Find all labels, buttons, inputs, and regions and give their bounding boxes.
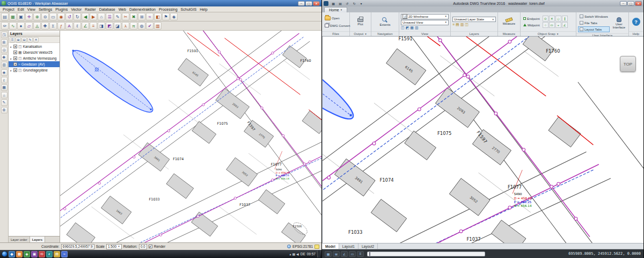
layer-item[interactable]: ▸ ✕ ◫ Amtliche Vermessung xyxy=(9,55,60,61)
panel-tool-icon[interactable]: ⊞ xyxy=(16,37,21,42)
trueview-map-svg[interactable] xyxy=(323,37,643,243)
menu-item[interactable]: Raster xyxy=(83,8,98,11)
toolbar-icon[interactable]: ◳ xyxy=(1,32,8,38)
status-toggle-icon[interactable]: ⊞ xyxy=(333,251,340,257)
layer-item[interactable]: ▸ ✕ ◫ Grundlagepläne xyxy=(9,67,60,73)
taskbar-app-icon[interactable]: ▦ xyxy=(16,251,23,257)
status-toggle-icon[interactable]: ▭ xyxy=(349,251,356,257)
snap-mode-icon[interactable]: ○ xyxy=(543,22,548,28)
viewcube[interactable]: TOP xyxy=(620,56,636,72)
layer-checkbox[interactable]: ✕ xyxy=(13,62,17,66)
quick-access-icon[interactable]: ▾ xyxy=(358,1,364,6)
toolbar-icon[interactable]: ℓ xyxy=(1,77,8,83)
trueview-titlebar[interactable]: ▦▤↺↻▾ Autodesk DWG TrueView 2016 wastewa… xyxy=(322,0,643,6)
menu-item[interactable]: Vector xyxy=(69,8,83,11)
toolbar-icon[interactable]: ▣ xyxy=(17,13,25,20)
toolbar-icon[interactable]: ● xyxy=(17,22,25,30)
toolbar-icon[interactable]: ◈ xyxy=(1,69,8,76)
taskbar-app-icon[interactable]: ◈ xyxy=(24,251,30,257)
toolbar-icon[interactable]: ⊞ xyxy=(138,13,145,20)
menu-item[interactable]: Datenextraktion xyxy=(128,8,157,11)
quick-access-icon[interactable]: ▦ xyxy=(330,1,336,6)
toolbar-icon[interactable]: ≈ xyxy=(146,13,153,20)
toolbar-icon[interactable]: ∠ xyxy=(82,22,89,30)
quick-access-icon[interactable]: ↺ xyxy=(344,1,350,6)
scale-combo[interactable]: 1:500▼ xyxy=(106,244,122,249)
zoom-extents-button[interactable]: Extents xyxy=(378,17,392,27)
visual-style-combo[interactable]: 2D Wireframe▼ xyxy=(401,14,449,19)
qgis-titlebar[interactable]: QGIS 61d81f0 - Werkplan Abwasser – ▢ ✕ xyxy=(0,0,321,6)
menu-item[interactable]: Edit xyxy=(16,8,26,11)
toolbar-icon[interactable]: ≡ xyxy=(90,22,97,30)
toolbar-icon[interactable]: ✔ xyxy=(146,22,153,30)
taskbar-app-icon[interactable]: ✉ xyxy=(39,251,45,257)
taskbar-app-icon[interactable]: ◐ xyxy=(46,251,53,257)
toolbar-icon[interactable]: ◀ xyxy=(82,13,89,20)
qgis-map-svg[interactable] xyxy=(60,31,321,242)
epsg-badge[interactable]: EPSG:21781 xyxy=(292,245,313,248)
menu-item[interactable]: View xyxy=(26,8,37,11)
toolbar-icon[interactable]: ⚙ xyxy=(1,107,8,113)
toolbar-icon[interactable]: ⊞ xyxy=(1,39,8,46)
expander-icon[interactable]: ▸ xyxy=(10,57,12,60)
status-toggle-icon[interactable]: ≡ xyxy=(357,251,364,257)
menu-item[interactable]: Plugins xyxy=(54,8,69,11)
maximize-button[interactable]: ▢ xyxy=(305,1,312,6)
tab-home[interactable]: Home▼ xyxy=(324,7,347,12)
tray-icon[interactable]: ▴ xyxy=(289,252,291,256)
switch-windows-button[interactable]: Switch Windows xyxy=(578,13,610,19)
toolbar-icon[interactable]: ▦ xyxy=(9,13,17,20)
toolbar-icon[interactable]: ▶ xyxy=(90,13,97,20)
snap-mode-icon[interactable]: + xyxy=(555,22,561,28)
clock[interactable]: 09:57 xyxy=(307,252,316,256)
snap-mode-icon[interactable]: ⊙ xyxy=(543,16,548,22)
toolbar-icon[interactable]: ✂ xyxy=(122,13,129,20)
messages-icon[interactable] xyxy=(314,245,319,249)
view-tool-icon[interactable]: ▦ xyxy=(410,26,414,30)
named-view-combo[interactable]: Unsaved View▼ xyxy=(401,20,449,25)
trueview-drawing-canvas[interactable]: TOP xyxy=(322,37,643,243)
layer-tool-icon[interactable]: ▤ xyxy=(456,23,459,27)
snap-mode-icon[interactable]: ◇ xyxy=(555,16,561,22)
layout-tab[interactable]: Layout2 xyxy=(358,243,378,249)
snap-mode-icon[interactable]: ✕ xyxy=(549,16,555,22)
toolbar-icon[interactable]: ↺ xyxy=(65,13,73,20)
toolbar-icon[interactable]: ◧ xyxy=(154,13,162,20)
help-button[interactable]: ? xyxy=(632,18,640,26)
file-tabs-button[interactable]: File Tabs xyxy=(578,20,610,26)
taskbar-app-icon[interactable]: ▣ xyxy=(31,251,38,257)
status-toggle-icon[interactable]: ▦ xyxy=(325,251,332,257)
toolbar-icon[interactable]: ☰ xyxy=(106,13,113,20)
layout-tabs-button[interactable]: Layout Tabs xyxy=(578,26,610,32)
tray-icon[interactable]: ▦ xyxy=(292,252,295,256)
toolbar-icon[interactable]: ◎ xyxy=(1,47,8,53)
panel-tool-icon[interactable]: ✎ xyxy=(27,37,33,42)
snap-mode-icon[interactable]: ∥ xyxy=(562,16,568,22)
measure-button[interactable]: Measure xyxy=(501,18,517,26)
layer-tool-icon[interactable]: ◫ xyxy=(465,23,469,27)
show-desktop-button[interactable] xyxy=(317,250,320,257)
language-indicator[interactable]: DE xyxy=(301,252,305,256)
quick-access-icon[interactable]: ↻ xyxy=(351,1,357,6)
view-tool-icon[interactable]: ◩ xyxy=(406,26,409,30)
toolbar-icon[interactable]: Σ xyxy=(49,22,57,30)
view-tool-icon[interactable]: ◫ xyxy=(401,26,405,30)
toolbar-icon[interactable]: ▦ xyxy=(1,84,8,91)
toolbar-icon[interactable]: ✖ xyxy=(130,13,137,20)
coordinate-input[interactable]: 696029.5,249957:9 xyxy=(61,244,94,249)
snap-endpoint-button[interactable]: Endpoint xyxy=(522,16,541,22)
render-checkbox[interactable]: ✔ xyxy=(149,245,152,248)
menu-item[interactable]: Web xyxy=(117,8,128,11)
toolbar-icon[interactable]: ▥ xyxy=(154,22,162,30)
user-interface-button[interactable]: User Interface xyxy=(611,17,627,29)
toolbar-icon[interactable]: ▥ xyxy=(1,62,8,68)
toolbar-icon[interactable]: ▤ xyxy=(1,13,9,20)
trueview-logo-icon[interactable] xyxy=(324,1,328,6)
rotation-input[interactable]: 0.0 xyxy=(139,244,147,249)
menu-item[interactable]: Help xyxy=(198,8,209,11)
panel-tool-icon[interactable]: ✕ xyxy=(33,37,39,42)
toolbar-icon[interactable]: ✚ xyxy=(1,54,8,61)
toolbar-icon[interactable]: ✎ xyxy=(114,13,121,20)
toolbar-icon[interactable]: ✏ xyxy=(1,22,9,30)
quick-access-icon[interactable]: ▤ xyxy=(337,1,343,6)
